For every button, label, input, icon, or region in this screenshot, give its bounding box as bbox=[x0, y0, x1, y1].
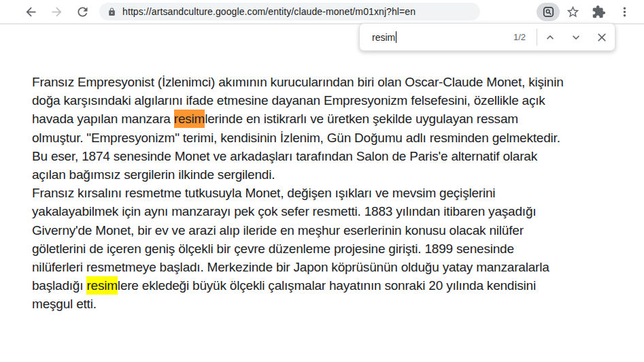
text-line: yakalayabilmek için aynı manzarayı pek ç… bbox=[32, 202, 630, 220]
bookmark-button[interactable] bbox=[560, 1, 586, 22]
text-cursor bbox=[396, 31, 396, 43]
text-segment: lere ekledeği büyük ölçekli çalışmalar h… bbox=[118, 278, 536, 293]
extensions-button[interactable] bbox=[586, 1, 611, 22]
text-segment: havada yapılan manzara bbox=[32, 112, 174, 126]
reload-icon bbox=[75, 5, 90, 19]
text-segment: Fransız kırsalını resmetme tutkusuyla Mo… bbox=[32, 186, 495, 200]
text-segment: yakalayabilmek için aynı manzarayı pek ç… bbox=[32, 204, 536, 218]
text-line: Bu eser, 1874 senesinde Monet ve arkadaş… bbox=[32, 147, 630, 165]
text-line: olmuştur. "Empresyonizm" terimi, kendisi… bbox=[32, 129, 630, 147]
chevron-up-icon bbox=[543, 31, 557, 44]
text-segment: Giverny'de Monet, bir ev ve arazi alıp i… bbox=[32, 223, 524, 237]
text-line: açılan bağımsız sergilerin ilkinde sergi… bbox=[32, 165, 630, 184]
text-segment: göletlerini de içeren geniş ölçekli bir … bbox=[32, 242, 514, 256]
text-segment: doğa karşısındaki algılarını ifade etmes… bbox=[32, 93, 545, 108]
text-segment: açılan bağımsız sergilerin ilkinde sergi… bbox=[32, 167, 275, 182]
forward-button[interactable] bbox=[44, 1, 69, 22]
star-icon bbox=[566, 5, 580, 19]
text-line: Fransız Empresyonist (İzlenimci) akımını… bbox=[32, 73, 630, 91]
article-text: Fransız Empresyonist (İzlenimci) akımını… bbox=[32, 73, 630, 313]
active-search-match: resim bbox=[174, 110, 205, 128]
reload-button[interactable] bbox=[69, 1, 95, 22]
text-segment: başladığı bbox=[32, 278, 86, 293]
text-segment: Bu eser, 1874 senesinde Monet ve arkadaş… bbox=[32, 149, 537, 163]
text-line: doğa karşısındaki algılarını ifade etmes… bbox=[32, 91, 630, 110]
text-line: başladığı resimlere ekledeği büyük ölçek… bbox=[32, 276, 630, 295]
text-segment: Fransız Empresyonist (İzlenimci) akımını… bbox=[32, 75, 564, 89]
next-match-button[interactable] bbox=[563, 24, 589, 50]
text-segment: lerinde en istikrarlı ve üretken şekilde… bbox=[205, 112, 518, 126]
text-line: havada yapılan manzara resimlerinde en i… bbox=[32, 110, 630, 128]
previous-match-button[interactable] bbox=[537, 24, 563, 50]
lock-icon bbox=[107, 7, 116, 16]
puzzle-piece-icon bbox=[592, 5, 606, 19]
text-line: Fransız kırsalını resmetme tutkusuyla Mo… bbox=[32, 184, 630, 202]
three-dot-menu-icon bbox=[617, 5, 632, 19]
back-button[interactable] bbox=[18, 1, 44, 22]
find-query-text: resim bbox=[372, 32, 395, 43]
text-line: meşgul etti. bbox=[32, 295, 630, 313]
back-arrow-icon bbox=[24, 5, 38, 19]
browser-menu-button[interactable] bbox=[611, 1, 637, 22]
match-count: 1/2 bbox=[513, 32, 526, 42]
close-icon bbox=[595, 31, 609, 44]
text-line: Giverny'de Monet, bir ev ve arazi alıp i… bbox=[32, 221, 630, 240]
text-line: göletlerini de içeren geniş ölçekli bir … bbox=[32, 240, 630, 258]
forward-arrow-icon bbox=[50, 5, 64, 19]
find-in-page-button[interactable] bbox=[537, 3, 560, 21]
text-segment: meşgul etti. bbox=[32, 297, 97, 311]
text-segment: nilüferleri resmetmeye başladı. Merkezin… bbox=[32, 260, 549, 274]
find-input[interactable]: resim bbox=[372, 24, 513, 50]
find-bar: resim 1/2 bbox=[359, 23, 615, 51]
search-in-page-icon bbox=[542, 5, 555, 18]
address-bar[interactable]: https://artsandculture.google.com/entity… bbox=[99, 3, 480, 20]
chevron-down-icon bbox=[569, 31, 583, 44]
browser-toolbar: https://artsandculture.google.com/entity… bbox=[0, 0, 644, 24]
search-match: resim bbox=[86, 276, 117, 295]
url-text: https://artsandculture.google.com/entity… bbox=[122, 6, 416, 17]
text-line: nilüferleri resmetmeye başladı. Merkezin… bbox=[32, 258, 630, 276]
close-find-bar-button[interactable] bbox=[589, 24, 615, 50]
text-segment: olmuştur. "Empresyonizm" terimi, kendisi… bbox=[32, 131, 560, 145]
